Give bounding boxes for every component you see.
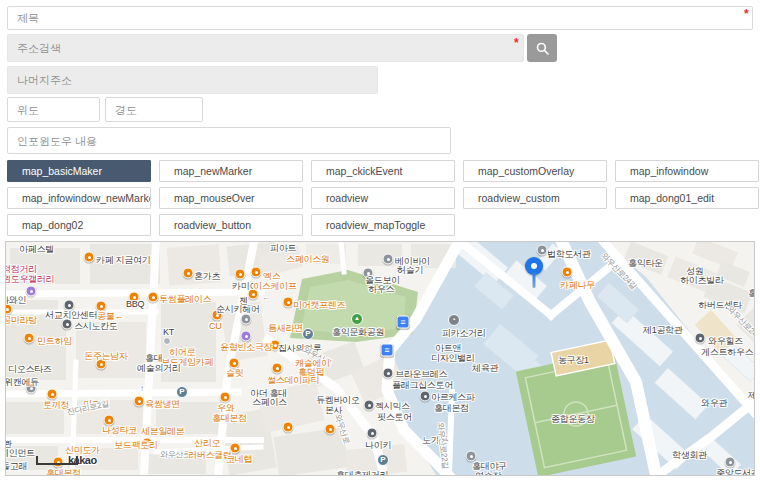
orange-poi-marker-icon	[24, 333, 35, 344]
map-poi-label: 스페이스	[252, 397, 287, 407]
map-marker-pin[interactable]	[525, 257, 543, 275]
search-icon	[536, 42, 549, 55]
map-poi-label: 서교치안센터	[45, 310, 97, 320]
map-poi-label: 하이츠빌라	[680, 275, 724, 285]
map-poi-label: 카페나무	[560, 280, 595, 290]
map-poi-label: 산리오	[194, 438, 220, 448]
orange-poi-marker-icon	[84, 252, 95, 263]
map-poi-label: 돌고래	[5, 461, 27, 471]
gray-poi-marker-icon	[537, 245, 548, 256]
button-map_dong01_edit[interactable]: map_dong01_edit	[615, 187, 759, 209]
map-poi-label: 홍익타운	[628, 258, 663, 268]
map-poi-label: 엑스	[263, 271, 280, 281]
map-poi-label: 허슬기	[397, 265, 423, 275]
map-poi-label: 카페 지금여기	[96, 255, 150, 265]
orange-poi-marker-icon	[562, 267, 573, 278]
map-poi-label: 와우관	[701, 398, 727, 408]
map-poi-label: 민트하임	[37, 336, 72, 346]
address-required-mark: *	[514, 36, 519, 50]
map-poi-label: 육쌈냉면	[145, 399, 180, 409]
map-poi-label: 예술의거리	[137, 363, 181, 373]
map-poi-label: 홍대본점	[434, 403, 469, 413]
button-map_customOverlay[interactable]: map_customOverlay	[463, 160, 607, 182]
map-poi-label: 아페스텔	[19, 244, 54, 254]
orange-poi-marker-icon	[47, 389, 58, 400]
map-poi-label: 윤형빈소극장	[220, 342, 272, 352]
map-poi-label: 스시노칸도	[74, 321, 118, 331]
parking-icon	[302, 328, 314, 340]
map-poi-label: 농구장1	[558, 355, 589, 365]
map-poi-label: 제3	[748, 390, 755, 400]
address-search-button[interactable]	[527, 34, 557, 62]
map-poi-label: 나성타코	[102, 425, 137, 435]
map-poi-label: 돈주는남자	[84, 351, 128, 361]
gray-poi-marker-icon	[725, 457, 736, 468]
dark-poi-marker-icon	[420, 391, 431, 402]
map-poi-label: 보드팩토리	[114, 440, 158, 450]
button-map_newMarker[interactable]: map_newMarker	[159, 160, 303, 182]
map-poi-label: 썰스데이파티	[267, 375, 319, 385]
button-map_mouseOver[interactable]: map_mouseOver	[159, 187, 303, 209]
button-roadview[interactable]: roadview	[311, 187, 455, 209]
map-scale-bar	[36, 456, 78, 465]
bus-stop-icon	[397, 316, 410, 329]
address-detail-input[interactable]	[7, 66, 378, 94]
ktdot-poi-marker-icon	[163, 337, 171, 345]
map-poi-label: 콩불←	[97, 311, 123, 321]
map-poi-label: 홍대축제거리	[336, 470, 388, 476]
longitude-input[interactable]	[105, 97, 203, 122]
button-roadview_mapToggle[interactable]: roadview_mapToggle	[311, 214, 455, 236]
purple-poi-marker-icon	[26, 286, 37, 297]
orange-poi-marker-icon	[134, 396, 145, 407]
map-poi-label: 체육관	[472, 363, 498, 373]
map-poi-label: CU	[209, 321, 221, 331]
orange-poi-marker-icon	[220, 392, 231, 403]
map-poi-label: 젝시믹스	[375, 401, 410, 411]
map-poi-label: BBQ	[126, 299, 144, 309]
map-poi-label: 아트앤	[435, 343, 461, 353]
button-roadview_custom[interactable]: roadview_custom	[463, 187, 607, 209]
orange-poi-marker-icon	[283, 297, 294, 308]
map-poi-label: 테인먼트	[5, 448, 35, 458]
map-poi-label: 틈새라면	[268, 323, 303, 333]
title-input[interactable]	[7, 6, 753, 30]
button-map_basicMaker[interactable]: map_basicMaker	[7, 160, 151, 182]
kakao-map[interactable]: 아페스텔카페 지금여기적점거리윈도우갤러리혼가츠카미야다와인서교치안센터콩불←B…	[5, 241, 755, 476]
button-map_dong02[interactable]: map_dong02	[7, 214, 151, 236]
map-poi-label: ↑	[140, 384, 144, 394]
map-poi-label: →	[211, 448, 219, 458]
map-poi-label: 홍대	[145, 353, 162, 363]
map-poi-label: 디자인밸리	[431, 353, 475, 363]
address-search-input[interactable]	[7, 34, 524, 62]
map-poi-label: 플래그십스토어	[392, 380, 453, 390]
map-poi-label: 제1공학관	[643, 325, 683, 335]
map-poi-label: 코네랩	[226, 454, 252, 464]
dark-poi-marker-icon	[64, 300, 75, 311]
orange-poi-marker-icon	[104, 415, 115, 426]
map-poi-label: 홍대본점	[46, 468, 81, 476]
map-poi-label: 홍대본점	[212, 413, 247, 423]
map-function-buttons: map_basicMakermap_newMarkermap_ckickEven…	[7, 160, 759, 236]
map-poi-label: 학생회관	[672, 450, 707, 460]
button-map_ckickEvent[interactable]: map_ckickEvent	[311, 160, 455, 182]
gray-poi-marker-icon	[383, 254, 394, 265]
map-poi-label: 위캔에듀	[5, 377, 39, 387]
map-poi-layer: 아페스텔카페 지금여기적점거리윈도우갤러리혼가츠카미야다와인서교치안센터콩불←B…	[6, 242, 754, 475]
map-poi-label: 나이키	[365, 440, 391, 450]
orange-poi-marker-icon	[148, 292, 159, 303]
map-poi-label: 핏스토어	[377, 412, 412, 422]
latitude-input[interactable]	[7, 97, 100, 122]
page: { "form": { "required_mark": "*", "title…	[0, 0, 760, 480]
map-poi-label: 와우산로22길	[435, 422, 450, 470]
map-poi-label: 세븐일레븐	[141, 426, 185, 436]
button-map_infowindow_newMarker[interactable]: map_infowindow_newMarker	[7, 187, 151, 209]
orange-poi-marker-icon	[235, 269, 246, 280]
map-poi-label: 듀켐바이오	[316, 395, 360, 405]
orange-poi-marker-icon	[325, 424, 336, 435]
button-map_infowindow[interactable]: map_infowindow	[615, 160, 759, 182]
infowindow-content-input[interactable]	[7, 127, 451, 154]
map-poi-label: 아르케스파	[431, 392, 475, 402]
map-poi-label: 미어캣프렌즈	[293, 300, 345, 310]
button-roadview_button[interactable]: roadview_button	[159, 214, 303, 236]
purple-poi-marker-icon	[241, 331, 252, 342]
